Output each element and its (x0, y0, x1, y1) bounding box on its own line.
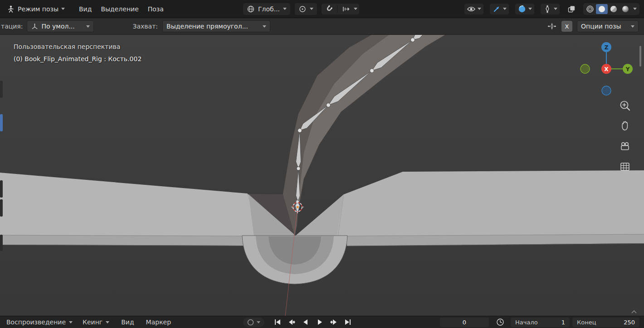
svg-text:Y: Y (625, 66, 630, 72)
pose-options-cluster: X Опции позы (547, 18, 639, 34)
jump-to-end-button[interactable] (342, 318, 353, 327)
pan-button[interactable] (618, 119, 632, 133)
frame-end-field[interactable]: Конец 250 (572, 318, 639, 327)
play-button[interactable] (314, 318, 325, 327)
grab-mode-dropdown[interactable]: Выделение прямоугол... (162, 20, 270, 32)
grab-caption: Захват: (133, 23, 158, 30)
svg-text:Z: Z (605, 44, 609, 51)
menu-pose[interactable]: Поза (143, 5, 168, 13)
chevron-down-icon (631, 25, 634, 28)
shading-solid-button[interactable] (596, 4, 608, 14)
snap-magnet-toggle[interactable] (323, 5, 334, 14)
navigation-gizmo[interactable]: Z Y X (579, 41, 634, 97)
current-frame-field[interactable]: 0 (440, 318, 489, 327)
grid-icon (619, 160, 631, 173)
prev-keyframe-icon (288, 319, 296, 325)
zoom-icon (619, 99, 631, 112)
shading-rendered-button[interactable] (620, 4, 631, 14)
timeline-bar: Воспроизведение Кеинг Вид Маркер (0, 316, 644, 328)
tool-settings-bar: тация: По умол... Захват: Выделение прям… (0, 18, 644, 35)
chevron-down-icon (503, 8, 507, 10)
chevron-down-icon (86, 25, 90, 28)
frame-start-value: 1 (561, 319, 565, 326)
viewport-3d-scene[interactable] (0, 35, 644, 316)
wireframe-sphere-icon (585, 5, 595, 14)
chevron-down-icon (478, 8, 481, 10)
tool-button-partial[interactable] (0, 81, 3, 98)
viewport-overlay-text: Пользовательская перспектива (0) Book_Fl… (14, 41, 141, 65)
tool-button-partial[interactable] (0, 199, 3, 217)
ortho-toggle-button[interactable] (618, 160, 632, 174)
armature-display-dropdown[interactable] (541, 4, 560, 14)
camera-view-button[interactable] (618, 140, 632, 153)
viewport-3d[interactable]: Пользовательская перспектива (0) Book_Fl… (0, 35, 644, 316)
keying-dropdown[interactable]: Кеинг (81, 318, 111, 326)
overlays-dropdown[interactable] (515, 4, 534, 14)
shading-material-button[interactable] (608, 4, 620, 14)
orientation-dropdown[interactable]: Глоб... (243, 3, 290, 15)
gizmo-axis-z[interactable]: Z (601, 42, 611, 52)
chevron-up-icon (630, 309, 638, 314)
chevron-down-icon (528, 8, 532, 10)
next-keyframe-button[interactable] (328, 318, 339, 327)
chevron-down-icon (354, 8, 357, 10)
tool-button-partial[interactable] (0, 180, 3, 198)
timeline-menu-view[interactable]: Вид (119, 318, 136, 326)
zoom-button[interactable] (618, 99, 632, 112)
timeline-menu-marker[interactable]: Маркер (144, 318, 173, 326)
menu-view[interactable]: Вид (74, 5, 96, 13)
frame-start-field[interactable]: Начало 1 (511, 318, 570, 327)
magnet-icon (325, 5, 333, 13)
divider (337, 5, 337, 13)
region-collapse-button[interactable] (630, 309, 638, 314)
play-reverse-icon (302, 319, 310, 325)
camera-icon (619, 140, 631, 153)
keying-label: Кеинг (83, 318, 102, 326)
gizmo-axis-x[interactable]: X (601, 64, 611, 74)
mirror-x-toggle[interactable]: X (561, 21, 572, 32)
visibility-dropdown[interactable] (464, 4, 483, 14)
gizmo-axis-neg-z[interactable] (602, 86, 611, 95)
prev-keyframe-button[interactable] (286, 318, 297, 327)
snapping-group (322, 4, 359, 14)
eye-icon (467, 5, 476, 14)
pivot-dropdown[interactable] (295, 3, 317, 15)
gizmo-axis-neg-y[interactable] (581, 64, 590, 73)
jump-to-start-button[interactable] (272, 318, 283, 327)
snap-target-dropdown[interactable] (340, 5, 351, 14)
viewport-nav-controls (618, 99, 632, 174)
play-icon (316, 319, 324, 325)
skip-end-icon (344, 319, 352, 325)
frame-end-label: Конец (577, 319, 596, 326)
bone-mirror-icon (547, 22, 557, 31)
clock-icon (496, 318, 504, 326)
tool-button-partial[interactable] (0, 235, 3, 251)
grab-mode-value: Выделение прямоугол... (166, 23, 259, 30)
menu-select[interactable]: Выделение (96, 5, 143, 13)
solid-sphere-icon (597, 5, 606, 14)
playback-dropdown[interactable]: Воспроизведение (5, 318, 74, 326)
autokey-group[interactable] (243, 318, 264, 327)
mode-dropdown[interactable]: Режим позы (4, 4, 68, 14)
pose-options-label: Опции позы (581, 23, 628, 30)
pose-options-dropdown[interactable]: Опции позы (577, 20, 639, 32)
gizmo-arrow-icon (492, 5, 501, 14)
armature-bone-icon (543, 5, 552, 14)
gizmos-dropdown[interactable] (490, 4, 509, 14)
use-preview-range-toggle[interactable] (496, 318, 504, 326)
shading-wireframe-button[interactable] (584, 4, 596, 14)
tool-orientation-dropdown[interactable]: По умол... (27, 20, 94, 32)
playback-transport (243, 316, 353, 328)
skip-start-icon (273, 319, 282, 325)
mode-label: Режим позы (18, 5, 59, 13)
gizmo-axis-y[interactable]: Y (623, 64, 633, 74)
global-orientation-icon (247, 5, 255, 13)
view-perspective-label: Пользовательская перспектива (14, 41, 141, 53)
play-reverse-button[interactable] (300, 318, 311, 327)
xray-toggle[interactable] (566, 5, 577, 14)
overlays-sphere-icon (517, 5, 527, 14)
chevron-down-icon (106, 321, 109, 323)
viewport-scrollbar[interactable] (639, 46, 641, 67)
active-tool-button[interactable] (0, 114, 3, 131)
frame-range-cluster: 0 Начало 1 Конец 250 (440, 316, 639, 328)
